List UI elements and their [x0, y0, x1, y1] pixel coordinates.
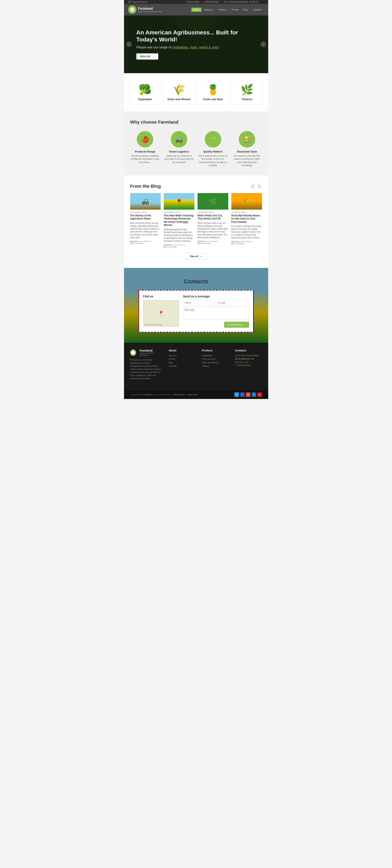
twitter-icon[interactable]: t [234, 392, 239, 397]
top-bar: 24/7 Support Service Call Us Today +1 80… [124, 0, 268, 4]
nav-about[interactable]: About us [202, 8, 215, 12]
footer-company-link[interactable]: Farmland [143, 394, 151, 396]
category-grain[interactable]: 🌾 Grain and Oilseed [163, 79, 195, 105]
blog-post-3-title: Grow Red Noodle Beans to Add Color to Yo… [231, 214, 262, 224]
support-text: 24/7 Support Service [128, 1, 147, 3]
footer-logo-icon [130, 349, 136, 356]
footer-produce-grain[interactable]: Grain and Oilseed [202, 362, 219, 364]
fruits-icon: 🍍 [199, 84, 227, 96]
privacy-policy-link[interactable]: Privacy Policy [173, 394, 185, 396]
footer-brand-col: Farmland largest agricultural processors… [130, 349, 163, 380]
why-seasoned-team: 👨‍🌾 Seasoned Team Our experts spent last… [232, 131, 262, 167]
youtube-icon[interactable]: ▶ [258, 392, 262, 397]
blog-post-0: 🚜 🕐 October 6, 2016 The History of the A… [130, 193, 161, 248]
category-tobacco[interactable]: 🌿 Tobacco [231, 79, 263, 105]
footer-contacts-col: Contacts 22 St. Black Road Raleigh farml… [235, 349, 262, 380]
view-all-label: View all [190, 255, 198, 258]
quality-matters-icon: 🌱 [205, 131, 221, 148]
category-tobacco-label: Tobacco [233, 98, 261, 101]
why-section: Why choose Farmland 🍎 Products Range We … [124, 111, 268, 175]
hero-arrows: ‹ › [124, 41, 268, 47]
blog-post-0-author: Posted by Jerry Robinson [130, 240, 161, 242]
logo-icon [128, 6, 136, 14]
nav-pricing[interactable]: Pricing [229, 8, 240, 12]
footer-contacts-link[interactable]: Contacts [169, 365, 177, 367]
why-title: Why choose Farmland [130, 120, 262, 125]
footer-produce-tobacco[interactable]: Tobacco [202, 365, 209, 367]
footer-hours: Mon-Sun, 24/7 [235, 361, 262, 363]
footer-contacts-title: Contacts [235, 349, 262, 352]
why-products-range: 🍎 Products Range We are growing a multit… [130, 131, 160, 167]
category-vegetables[interactable]: 🥦 Vegetables [129, 79, 161, 105]
logo-text: Farmland largest agricultural processors [138, 7, 163, 12]
footer-about-link[interactable]: About us [169, 354, 177, 357]
contact-email-input[interactable] [217, 300, 249, 305]
nav-blog[interactable]: Blog [241, 8, 250, 12]
footer-about-title: About [169, 349, 196, 352]
grain-icon: 🌾 [165, 84, 193, 96]
hero-section: An American Agribusiness... Built for To… [124, 16, 268, 73]
products-range-desc: We are growing a multitude of different … [130, 154, 160, 164]
find-us-label: Find us [143, 295, 179, 298]
blog-post-0-date: 🕐 October 6, 2016 [130, 211, 161, 213]
map-icon: 📍 [158, 311, 164, 316]
blog-post-3-author: Posted by Jerry Robinson [231, 241, 262, 243]
hero-prev-button[interactable]: ‹ [126, 41, 132, 47]
contacts-section: Contacts Find us 📍 Map data ©2016 Google… [124, 268, 268, 343]
send-message-panel: Send us a message Send Message ✓ [183, 295, 249, 328]
blog-post-3-comments: 💬 2 comments [231, 243, 262, 245]
category-fruits-label: Fruits and Nuts [199, 98, 227, 101]
terms-of-use-link[interactable]: Terms of use [187, 394, 198, 396]
social-icons: t f g in ▶ [234, 392, 262, 397]
view-all-button[interactable]: View all → [185, 253, 207, 260]
hero-headline: An American Agribusiness... Built for To… [136, 29, 256, 43]
blog-post-0-title: The History of the Agriculture Plane [130, 214, 161, 220]
send-message-button[interactable]: Send Message ✓ [224, 322, 249, 328]
nav-contacts[interactable]: Contacts [251, 8, 264, 12]
more-info-arrow-icon: → [152, 55, 155, 58]
logo: Farmland largest agricultural processors [128, 6, 163, 14]
seasoned-team-desc: Our experts spent last few years excelli… [232, 154, 262, 167]
category-section: 🥦 Vegetables 🌾 Grain and Oilseed 🍍 Fruit… [124, 73, 268, 111]
products-range-label: Products Range [130, 150, 160, 153]
nav-home[interactable]: Home [191, 8, 201, 12]
seasoned-team-icon: 👨‍🌾 [239, 131, 255, 148]
brand-tagline: largest agricultural processors [138, 10, 163, 12]
send-msg-label: Send us a message [183, 295, 249, 298]
contact-card: Find us 📍 Map data ©2016 Google Send us … [138, 290, 254, 332]
facebook-icon[interactable]: f [240, 392, 245, 397]
blog-post-3-excerpt: If you want to enhance the visual look o… [231, 225, 262, 239]
blog-post-3: 🌾 🕐 May 19, 2016 Grow Red Noodle Beans t… [231, 193, 262, 248]
blog-post-1-author: Posted by Jerry Robinson [164, 244, 194, 246]
blog-post-1-date: 🕐 October 6, 2016 [164, 211, 194, 213]
blog-prev-button[interactable]: ‹ [250, 184, 255, 189]
blog-post-2: 🌿 🕐 October 6, 2016 When Plants Are Cut,… [198, 193, 228, 248]
header: Farmland largest agricultural processors… [124, 4, 268, 16]
hero-next-button[interactable]: › [260, 41, 266, 47]
more-info-button[interactable]: More Info → [136, 53, 158, 60]
blog-post-1-image: 🌻 [164, 193, 194, 210]
footer-phone: +1 800 559 6580 [235, 364, 262, 367]
smart-logistics-icon: 🚜 [171, 131, 187, 148]
contact-message-input[interactable] [183, 307, 249, 319]
seasoned-team-label: Seasoned Team [232, 150, 262, 153]
contact-name-input[interactable] [183, 300, 215, 305]
map-placeholder: 📍 Map data ©2016 Google [143, 300, 179, 327]
clock-icon-3: 🕐 [231, 211, 234, 213]
footer-email[interactable]: farmland@demo.org [235, 358, 254, 360]
linkedin-icon[interactable]: in [252, 392, 256, 397]
quality-matters-label: Quality Matters [198, 150, 228, 153]
smart-logistics-desc: Delivering our produce to your place is … [164, 154, 194, 164]
footer-produce-fruits[interactable]: Fruits and nuts [202, 358, 216, 360]
blog-grid: 🚜 🕐 October 6, 2016 The History of the A… [130, 193, 262, 248]
footer-produce-vegetables[interactable]: Vegetables [202, 354, 212, 357]
products-range-icon: 🍎 [137, 131, 153, 148]
blog-section: From the Blog ‹ › 🚜 🕐 October 6, 2016 Th… [124, 175, 268, 268]
google-plus-icon[interactable]: g [246, 392, 251, 397]
blog-next-button[interactable]: › [257, 184, 262, 189]
category-fruits[interactable]: 🍍 Fruits and Nuts [197, 79, 229, 105]
footer-pricing-link[interactable]: Pricing [169, 358, 175, 360]
nav-produce[interactable]: Produce [216, 8, 229, 12]
footer-blog-link[interactable]: Blog [169, 362, 173, 364]
blog-post-2-date: 🕐 October 6, 2016 [198, 211, 228, 213]
